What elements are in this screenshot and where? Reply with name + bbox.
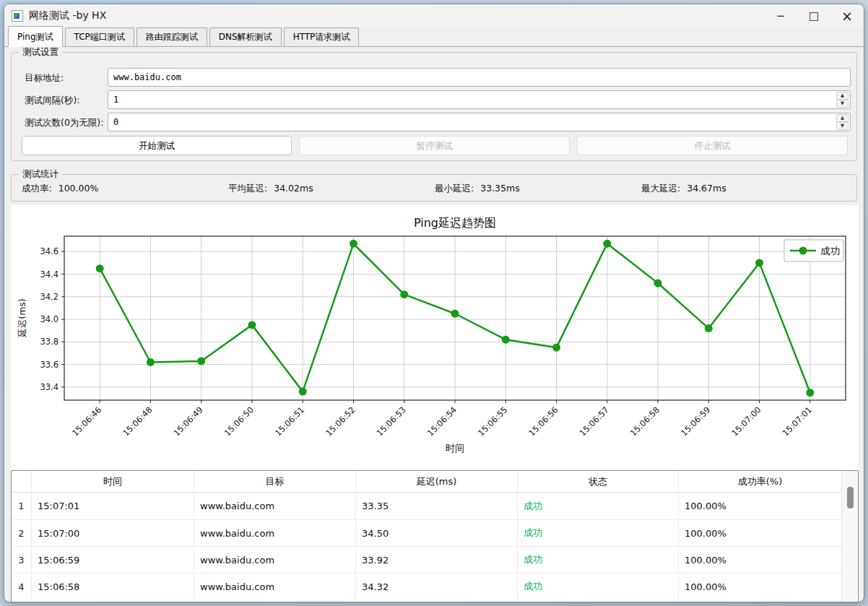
x-tick-label: 15:06:49 bbox=[171, 404, 204, 438]
x-tick-label: 15:06:56 bbox=[526, 404, 560, 438]
x-tick-label: 15:06:50 bbox=[222, 404, 256, 438]
data-point bbox=[350, 240, 357, 248]
stats-group-title: 测试统计 bbox=[19, 168, 62, 181]
x-tick-label: 15:06:52 bbox=[324, 404, 357, 438]
table-row[interactable]: 115:07:01www.baidu.com33.35成功100.00% bbox=[12, 493, 841, 519]
minimize-button[interactable]: − bbox=[764, 4, 797, 27]
legend-marker bbox=[799, 247, 807, 255]
x-tick-label: 15:07:00 bbox=[729, 404, 763, 438]
spin-down-icon[interactable]: ▼ bbox=[836, 100, 849, 108]
y-tick-label: 33.4 bbox=[40, 382, 58, 392]
cell-status: 成功 bbox=[518, 547, 679, 573]
target-address-label: 目标地址: bbox=[25, 72, 64, 85]
data-point bbox=[197, 357, 205, 365]
window-controls: − □ × bbox=[764, 4, 864, 27]
target-address-input[interactable] bbox=[108, 68, 851, 87]
x-tick-label: 15:07:01 bbox=[781, 404, 814, 438]
cell-success-rate: 100.00% bbox=[679, 573, 841, 599]
results-table-main: 时间 目标 延迟(ms) 状态 成功率(%) 115:07:01www.baid… bbox=[12, 471, 841, 602]
data-point bbox=[400, 290, 408, 298]
cell-target: www.baidu.com bbox=[194, 547, 356, 573]
cell-target: www.baidu.com bbox=[194, 520, 356, 546]
cell-target: www.baidu.com bbox=[194, 493, 356, 519]
interval-input[interactable] bbox=[108, 90, 851, 109]
data-point bbox=[552, 344, 560, 352]
count-spinner: ▲ ▼ bbox=[836, 114, 849, 130]
tab-tcp-port-test[interactable]: TCP端口测试 bbox=[65, 27, 134, 46]
table-row[interactable]: 415:06:58www.baidu.com34.32成功100.00% bbox=[12, 573, 841, 599]
data-point bbox=[654, 280, 662, 287]
cell-time: 15:07:01 bbox=[32, 493, 194, 519]
chart-canvas: 33.433.633.834.034.234.434.615:06:4615:0… bbox=[11, 205, 859, 468]
minimize-icon: − bbox=[776, 9, 786, 22]
data-point bbox=[147, 358, 155, 366]
row-number: 1 bbox=[12, 493, 32, 519]
maximize-icon: □ bbox=[809, 9, 819, 22]
data-point bbox=[755, 259, 763, 267]
row-number: 2 bbox=[12, 520, 32, 546]
x-tick-label: 15:06:53 bbox=[374, 404, 407, 438]
table-row[interactable]: 215:07:00www.baidu.com34.50成功100.00% bbox=[12, 519, 841, 546]
data-point bbox=[96, 264, 104, 272]
table-scrollbar-thumb[interactable] bbox=[847, 487, 854, 508]
stop-test-button[interactable]: 停止测试 bbox=[577, 136, 848, 155]
cell-time: 15:06:59 bbox=[32, 547, 194, 573]
cell-latency: 33.35 bbox=[356, 493, 518, 519]
count-input[interactable] bbox=[108, 113, 851, 131]
y-axis-label: 延迟(ms) bbox=[17, 298, 27, 337]
y-tick-label: 34.2 bbox=[40, 292, 58, 302]
tab-ping-test[interactable]: Ping测试 bbox=[8, 26, 63, 47]
cell-latency: 34.32 bbox=[356, 573, 518, 599]
tab-dns-test[interactable]: DNS解析测试 bbox=[209, 27, 282, 46]
x-tick-label: 15:06:51 bbox=[273, 404, 306, 438]
success-rate-stat: 成功率:100.00% bbox=[22, 183, 98, 195]
min-latency-stat: 最小延迟:33.35ms bbox=[435, 183, 520, 195]
tab-bar: Ping测试 TCP端口测试 路由跟踪测试 DNS解析测试 HTTP请求测试 bbox=[4, 27, 864, 47]
chart-title: Ping延迟趋势图 bbox=[414, 216, 496, 230]
app-window: 网络测试 -by HX − □ × Ping测试 TCP端口测试 路由跟踪测试 … bbox=[4, 4, 864, 602]
cell-target: www.baidu.com bbox=[194, 573, 356, 599]
cell-success-rate: 100.00% bbox=[679, 493, 841, 519]
results-table-body: 115:07:01www.baidu.com33.35成功100.00%215:… bbox=[12, 493, 841, 599]
y-tick-label: 33.8 bbox=[40, 337, 58, 347]
settings-group-title: 测试设置 bbox=[19, 46, 62, 59]
table-scrollbar[interactable] bbox=[841, 471, 858, 602]
spin-down-icon[interactable]: ▼ bbox=[836, 122, 849, 130]
data-point bbox=[299, 388, 307, 396]
x-axis-label: 时间 bbox=[446, 443, 464, 454]
start-test-button[interactable]: 开始测试 bbox=[22, 136, 292, 155]
test-settings-group: 测试设置 目标地址: 测试间隔(秒): ▲ ▼ 测试次数(0为无限): ▲ ▼ … bbox=[11, 52, 857, 161]
y-tick-label: 34.0 bbox=[40, 314, 58, 324]
close-button[interactable]: × bbox=[830, 4, 864, 27]
col-success-rate: 成功率(%) bbox=[679, 471, 841, 492]
data-point bbox=[806, 389, 814, 397]
app-icon bbox=[12, 10, 23, 22]
title-bar: 网络测试 -by HX − □ × bbox=[4, 4, 864, 27]
x-tick-label: 15:06:57 bbox=[577, 404, 610, 438]
avg-latency-stat: 平均延迟:34.02ms bbox=[228, 183, 313, 195]
row-number: 4 bbox=[12, 573, 32, 599]
data-point bbox=[502, 336, 510, 344]
table-row[interactable]: 315:06:59www.baidu.com33.92成功100.00% bbox=[12, 546, 841, 573]
y-tick-label: 34.6 bbox=[40, 246, 58, 256]
spin-up-icon[interactable]: ▲ bbox=[836, 114, 849, 122]
chart-legend: 成功 bbox=[784, 240, 843, 261]
chart-grid bbox=[64, 236, 846, 400]
stat-label: 最小延迟: bbox=[435, 183, 474, 194]
cell-latency: 34.50 bbox=[356, 520, 518, 546]
col-time: 时间 bbox=[32, 471, 194, 492]
pause-test-button[interactable]: 暂停测试 bbox=[299, 136, 570, 155]
stat-label: 最大延迟: bbox=[641, 183, 680, 194]
y-tick-label: 34.4 bbox=[40, 269, 58, 280]
x-tick-label: 15:06:48 bbox=[121, 404, 154, 438]
tab-traceroute-test[interactable]: 路由跟踪测试 bbox=[136, 27, 207, 46]
data-point bbox=[248, 321, 256, 329]
maximize-button[interactable]: □ bbox=[797, 4, 830, 27]
close-icon: × bbox=[841, 8, 853, 24]
count-label: 测试次数(0为无限): bbox=[25, 117, 103, 129]
tab-http-test[interactable]: HTTP请求测试 bbox=[284, 27, 360, 46]
spin-up-icon[interactable]: ▲ bbox=[836, 92, 849, 100]
cell-time: 15:06:58 bbox=[32, 573, 194, 599]
row-number-header bbox=[12, 471, 32, 492]
stat-value: 100.00% bbox=[58, 183, 99, 194]
